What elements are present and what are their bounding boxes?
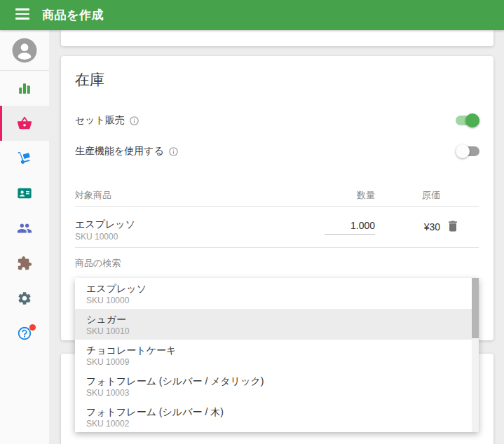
sidebar-item-apps[interactable] (0, 246, 49, 281)
product-search-dropdown: エスプレッソ SKU 10000 シュガー SKU 10010 チョコレートケー… (75, 278, 479, 432)
sidebar-item-help[interactable] (0, 316, 49, 351)
dropdown-item[interactable]: チョコレートケーキ SKU 10009 (75, 340, 479, 370)
quantity-input[interactable] (325, 220, 375, 235)
sidebar-item-stock[interactable] (0, 141, 49, 176)
dropdown-scrollbar (472, 278, 479, 432)
dropdown-item-name: シュガー (86, 313, 461, 326)
hand-truck-icon (17, 151, 32, 166)
column-cost: 原価 (422, 189, 440, 202)
column-product: 対象商品 (75, 190, 111, 200)
components-table-header: 対象商品 数量 原価 (75, 189, 479, 202)
sidebar-item-staff[interactable] (0, 211, 49, 246)
divider (75, 206, 479, 207)
column-quantity: 数量 (357, 189, 375, 202)
component-sku: SKU 10000 (75, 232, 118, 242)
production-toggle[interactable] (456, 144, 479, 158)
dropdown-item-sku: SKU 10009 (86, 357, 461, 368)
puzzle-icon (17, 256, 32, 271)
bar-chart-icon (17, 81, 32, 96)
avatar-icon (11, 37, 38, 64)
sidebar-item-customers[interactable] (0, 176, 49, 211)
set-sales-label: セット販売 (75, 114, 125, 127)
main-content: 在庫 セット販売 生産機能を使用する (49, 30, 504, 444)
product-search-label: 商品の検索 (75, 257, 121, 270)
basket-icon (17, 116, 32, 131)
table-row: エスプレッソ SKU 10000 ¥30 (75, 216, 479, 247)
dropdown-item[interactable]: エスプレッソ SKU 10000 (75, 278, 479, 309)
menu-icon[interactable] (15, 8, 29, 21)
app-header: 商品を作成 (0, 0, 504, 30)
app-window: 商品を作成 (0, 0, 504, 444)
page-title: 商品を作成 (42, 7, 104, 23)
contact-card-icon (17, 186, 32, 201)
dropdown-item-sku: SKU 10010 (86, 326, 461, 337)
dropdown-item-sku: SKU 10003 (86, 388, 461, 398)
dropdown-item-name: チョコレートケーキ (86, 344, 461, 356)
production-row: 生産機能を使用する (75, 143, 479, 160)
dropdown-item[interactable]: シュガー SKU 10010 (75, 309, 479, 340)
component-name: エスプレッソ (75, 218, 135, 231)
gear-icon (17, 291, 32, 306)
sidebar-item-profile[interactable] (0, 30, 49, 70)
sidebar-nav (0, 71, 49, 351)
info-icon[interactable] (129, 116, 139, 126)
people-icon (17, 221, 32, 236)
inventory-section-title: 在庫 (75, 70, 104, 90)
set-sales-toggle[interactable] (456, 113, 479, 127)
trash-icon (446, 219, 460, 233)
dropdown-item-name: エスプレッソ (86, 282, 461, 295)
dropdown-item[interactable]: フォトフレーム (シルバー / メタリック) SKU 10003 (75, 370, 479, 401)
info-icon[interactable] (168, 146, 179, 157)
divider (75, 247, 479, 248)
dropdown-item-name: フォトフレーム (シルバー / メタリック) (86, 375, 461, 387)
dropdown-item[interactable]: フォトフレーム (シルバー / 木) SKU 10002 (75, 401, 479, 432)
production-label: 生産機能を使用する (75, 145, 164, 158)
component-cost: ¥30 (424, 221, 440, 233)
notification-badge (29, 324, 36, 331)
scrollbar-thumb[interactable] (472, 278, 479, 338)
sidebar-item-products[interactable] (0, 106, 49, 141)
dropdown-item-sku: SKU 10002 (86, 419, 461, 429)
sidebar-item-settings[interactable] (0, 281, 49, 316)
dropdown-item-sku: SKU 10000 (86, 296, 461, 306)
delete-row-button[interactable] (445, 219, 461, 235)
sidebar-item-reports[interactable] (0, 71, 49, 106)
sidebar (0, 30, 49, 444)
set-sales-row: セット販売 (75, 112, 479, 129)
previous-section-card (61, 30, 493, 46)
dropdown-item-name: フォトフレーム (シルバー / 木) (86, 405, 461, 418)
